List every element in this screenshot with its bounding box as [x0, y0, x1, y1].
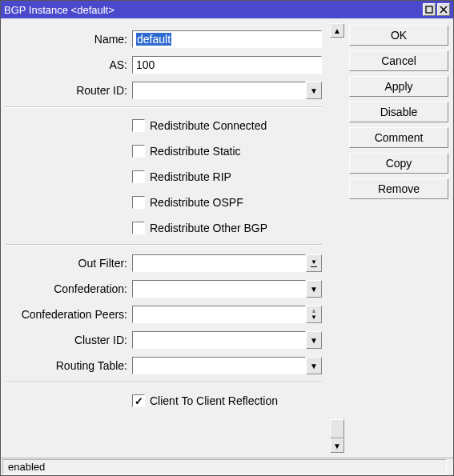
svg-rect-0 [426, 6, 432, 13]
apply-button[interactable]: Apply [349, 76, 448, 97]
copy-button[interactable]: Copy [349, 153, 448, 174]
main-column: Name: default AS: Router ID: ▼ [6, 23, 344, 453]
form-area: Name: default AS: Router ID: ▼ [6, 23, 330, 453]
maximize-button[interactable] [423, 3, 436, 16]
name-input[interactable]: default [132, 30, 322, 48]
checkbox-icon [132, 222, 145, 234]
as-input[interactable] [132, 56, 322, 74]
checkbox-icon [132, 145, 145, 158]
confederation-input[interactable] [132, 280, 306, 298]
router-id-label: Router ID: [6, 84, 132, 97]
cancel-button[interactable]: Cancel [349, 50, 448, 71]
confederation-peers-label: Confederation Peers: [6, 308, 132, 321]
confederation-dropdown-button[interactable]: ▼ [306, 280, 322, 298]
checkbox-label: Redistribute Other BGP [150, 222, 267, 234]
name-label: Name: [6, 33, 132, 46]
checkbox-icon [132, 196, 145, 209]
out-filter-expand-button[interactable]: ▼ [306, 254, 322, 272]
cluster-id-input[interactable] [132, 331, 306, 349]
router-id-dropdown-button[interactable]: ▼ [306, 82, 322, 99]
cluster-id-label: Cluster ID: [6, 334, 132, 346]
scroll-track[interactable] [330, 38, 344, 438]
redistribute-other-bgp-checkbox[interactable]: Redistribute Other BGP [132, 222, 267, 234]
scroll-up-button[interactable]: ▲ [330, 23, 344, 38]
checkbox-label: Redistribute OSPF [150, 196, 243, 209]
checkbox-checked-icon: ✓ [132, 394, 145, 407]
divider [6, 382, 322, 383]
scroll-down-button[interactable]: ▼ [330, 438, 344, 453]
status-text: enabled [2, 459, 447, 474]
comment-button[interactable]: Comment [349, 127, 448, 148]
window-title: BGP Instance <default> [4, 4, 421, 16]
out-filter-input[interactable] [132, 254, 306, 272]
checkbox-icon [132, 170, 145, 183]
bgp-instance-window: BGP Instance <default> Name: default AS: [0, 0, 454, 476]
checkbox-label: Redistribute Connected [150, 119, 267, 132]
routing-table-input[interactable] [132, 357, 306, 374]
as-label: AS: [6, 58, 132, 71]
router-id-input[interactable] [132, 82, 306, 99]
titlebar[interactable]: BGP Instance <default> [1, 1, 453, 18]
scrollbar[interactable]: ▲ ▼ [330, 23, 344, 453]
scroll-thumb[interactable] [330, 419, 344, 438]
checkbox-label: Redistribute Static [150, 145, 241, 158]
redistribute-ospf-checkbox[interactable]: Redistribute OSPF [132, 196, 243, 209]
routing-table-dropdown-button[interactable]: ▼ [306, 357, 322, 374]
client-to-client-checkbox[interactable]: ✓ Client To Client Reflection [132, 394, 278, 407]
checkbox-icon [132, 119, 145, 132]
confederation-peers-spinner[interactable]: ▲▼ [306, 306, 322, 323]
divider [6, 106, 322, 108]
remove-button[interactable]: Remove [349, 178, 448, 199]
divider [6, 244, 322, 246]
routing-table-label: Routing Table: [6, 359, 132, 372]
redistribute-rip-checkbox[interactable]: Redistribute RIP [132, 170, 231, 183]
close-button[interactable] [437, 3, 450, 16]
cluster-id-dropdown-button[interactable]: ▼ [306, 331, 322, 349]
disable-button[interactable]: Disable [349, 102, 448, 122]
redistribute-static-checkbox[interactable]: Redistribute Static [132, 145, 241, 158]
redistribute-connected-checkbox[interactable]: Redistribute Connected [132, 119, 267, 132]
checkbox-label: Client To Client Reflection [150, 394, 278, 407]
action-buttons: OK Cancel Apply Disable Comment Copy Rem… [349, 23, 448, 453]
window-body: Name: default AS: Router ID: ▼ [1, 18, 453, 458]
out-filter-label: Out Filter: [6, 257, 132, 270]
ok-button[interactable]: OK [349, 25, 448, 46]
statusbar: enabled [1, 458, 453, 475]
confederation-label: Confederation: [6, 282, 132, 295]
confederation-peers-input[interactable] [132, 306, 306, 323]
checkbox-label: Redistribute RIP [150, 170, 231, 183]
